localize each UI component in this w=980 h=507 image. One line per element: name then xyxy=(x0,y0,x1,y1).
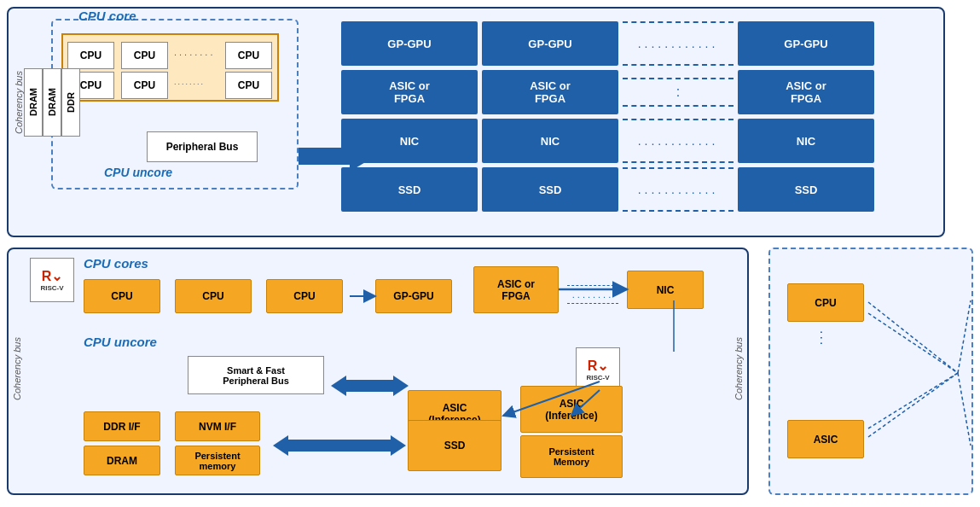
cpu-grid-top: CPU CPU ........ CPU CPU CPU ........ CP… xyxy=(61,33,279,102)
bottom-dots-horiz: ........ xyxy=(567,285,618,304)
riscv-text: RISC-V xyxy=(40,284,63,292)
mini-dots-vert: ... xyxy=(817,330,832,347)
nic-2: NIC xyxy=(482,119,618,163)
gpgpu-dots: ............ xyxy=(623,21,734,66)
coherency-bus-bottom-right: Coherency bus xyxy=(734,275,744,463)
bottom-gp-gpu: GP-GPU xyxy=(375,279,452,313)
riscv-logo-bottom: R⌄ RISC-V xyxy=(30,258,74,302)
dram2-label: DRAM xyxy=(43,68,61,137)
riscv-text-2: RISC-V xyxy=(586,374,609,382)
cpu-uncore-bottom-label: CPU uncore xyxy=(84,335,157,349)
cpu-cell-5: CPU xyxy=(121,72,168,99)
cpu-cell-6: CPU xyxy=(225,72,272,99)
peripheral-bus-top: Peripheral Bus xyxy=(147,131,258,162)
cpu-uncore-label-top: CPU uncore xyxy=(104,166,172,179)
dram1-label: DRAM xyxy=(24,68,43,137)
cpu-core-label: CPU core xyxy=(78,9,136,23)
svg-line-6 xyxy=(868,373,958,437)
svg-line-7 xyxy=(868,313,958,373)
nic-dots: ............ xyxy=(623,119,734,163)
cpu-cell-1: CPU xyxy=(67,42,114,69)
gpgpu-2: GP-GPU xyxy=(482,21,618,66)
asic-fpga-2: ASIC or FPGA xyxy=(482,70,618,114)
diagram-container: Coherency bus CPU core CPU CPU ........ … xyxy=(0,0,980,507)
gpgpu-1: GP-GPU xyxy=(341,21,478,66)
svg-line-5 xyxy=(868,302,958,373)
asic-inference-2: ASIC (Inference) xyxy=(520,386,623,433)
ssd-dots: ............ xyxy=(623,167,734,212)
coherency-bus-top-label: Coherency bus xyxy=(14,51,24,154)
nic-3: NIC xyxy=(738,119,874,163)
mini-cpu: CPU xyxy=(787,283,864,322)
bottom-dram: DRAM xyxy=(84,446,160,475)
persistent-memory-2: Persistent Memory xyxy=(520,435,623,478)
riscv-rv: R⌄ xyxy=(42,268,63,284)
cpu-cores-label: CPU cores xyxy=(84,256,148,271)
persistent-memory-1: Persistent memory xyxy=(175,446,260,475)
bottom-cpu-1: CPU xyxy=(84,279,160,313)
riscv-rv-2: R⌄ xyxy=(588,358,609,374)
smart-fast-bus: Smart & Fast Peripheral Bus xyxy=(188,356,324,394)
right-grid-top: GP-GPU GP-GPU ............ GP-GPU ASIC o… xyxy=(341,21,938,212)
mini-asic: ASIC xyxy=(787,420,864,458)
asic-fpga-dots: : xyxy=(623,70,734,114)
cpu-cell-3: CPU xyxy=(225,42,272,69)
cpu-core-box: CPU core CPU CPU ........ CPU CPU CPU ..… xyxy=(51,19,299,189)
bottom-asic-fpga: ASIC or FPGA xyxy=(473,266,559,313)
ssd-3: SSD xyxy=(738,167,874,212)
svg-line-9 xyxy=(958,300,971,373)
gpgpu-3: GP-GPU xyxy=(738,21,874,66)
asic-fpga-3: ASIC or FPGA xyxy=(738,70,874,114)
svg-line-8 xyxy=(868,373,958,428)
ddr-if: DDR I/F xyxy=(84,411,160,441)
nvm-if: NVM I/F xyxy=(175,411,260,441)
ssd-1: SSD xyxy=(341,167,478,212)
bottom-section: Coherency bus R⌄ RISC-V CPU cores CPU CP… xyxy=(7,248,749,495)
double-arrow-bus xyxy=(331,376,409,396)
top-section: Coherency bus CPU core CPU CPU ........ … xyxy=(7,7,945,237)
nic-1: NIC xyxy=(341,119,478,163)
bottom-cpu-2: CPU xyxy=(175,279,252,313)
ddr-label: DDR xyxy=(61,68,80,137)
bottom-nic: NIC xyxy=(627,271,704,309)
cpu-cell-2: CPU xyxy=(121,42,168,69)
double-arrow-lower xyxy=(273,435,406,456)
svg-line-10 xyxy=(958,373,971,446)
ssd-2: SSD xyxy=(482,167,618,212)
dots-top-2: ........ xyxy=(174,78,217,86)
dots-top-1: ........ xyxy=(174,47,217,57)
right-mini-section: CPU ... ASIC xyxy=(768,248,973,495)
asic-fpga-1: ASIC or FPGA xyxy=(341,70,478,114)
bottom-cpu-3: CPU xyxy=(266,279,343,313)
bottom-ssd: SSD xyxy=(408,420,502,471)
coherency-bus-bottom-left: Coherency bus xyxy=(12,275,22,463)
